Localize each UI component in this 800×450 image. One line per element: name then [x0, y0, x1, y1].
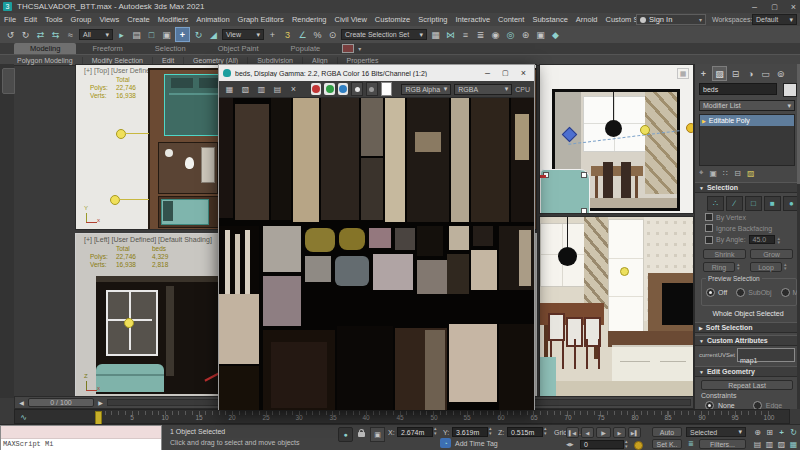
- red-channel-toggle[interactable]: [311, 83, 321, 95]
- light-handle[interactable]: [110, 195, 120, 205]
- select-object-icon[interactable]: ▸: [115, 28, 128, 41]
- menu-scripting[interactable]: Scripting: [414, 15, 451, 24]
- previous-frame-arrow[interactable]: ◀: [17, 396, 26, 409]
- menu-substance[interactable]: Substance: [528, 15, 571, 24]
- close-button[interactable]: ×: [787, 0, 800, 13]
- menu-file[interactable]: File: [0, 15, 20, 24]
- viewport-perspective[interactable]: [539, 216, 694, 398]
- green-channel-toggle[interactable]: [324, 83, 334, 95]
- show-end-result-icon[interactable]: ▣: [710, 169, 718, 178]
- bind-to-space-warp-icon[interactable]: ≈: [64, 28, 77, 41]
- frame-spinner[interactable]: ▴▾: [625, 439, 628, 449]
- menu-modifiers[interactable]: Modifiers: [154, 15, 192, 24]
- background-color-swatch[interactable]: [381, 82, 393, 96]
- layer-manager-icon[interactable]: ≣: [474, 28, 487, 41]
- by-vertex-checkbox-row[interactable]: By Vertex: [705, 213, 746, 221]
- constraint-edge-radio[interactable]: [753, 401, 762, 409]
- nav-zoom-icon[interactable]: ⊕: [752, 427, 763, 438]
- select-and-link-icon[interactable]: ⇄: [34, 28, 47, 41]
- clone-window-icon[interactable]: ▥: [255, 83, 268, 96]
- tab-selection[interactable]: Selection: [139, 43, 202, 54]
- key-filters-icon[interactable]: ≣: [686, 439, 696, 449]
- blue-channel-toggle[interactable]: [338, 83, 348, 95]
- light-handle[interactable]: [116, 129, 126, 139]
- key-icon[interactable]: [634, 441, 643, 450]
- viewport-layout-tab[interactable]: [2, 68, 15, 94]
- repeat-last-button[interactable]: Repeat Last: [701, 380, 793, 390]
- render-production-icon[interactable]: ◆: [549, 28, 562, 41]
- make-unique-icon[interactable]: ∷: [723, 169, 728, 178]
- nav-pan-icon[interactable]: +: [776, 427, 787, 438]
- utilities-tab-icon[interactable]: ⊚: [774, 67, 787, 80]
- panel-subdivision[interactable]: Subdivision: [248, 57, 303, 64]
- menu-content[interactable]: Content: [494, 15, 528, 24]
- panel-edit[interactable]: Edit: [153, 57, 184, 64]
- render-frame-window[interactable]: beds, Display Gamma: 2.2, RGBA Color 16 …: [218, 64, 535, 410]
- grow-button[interactable]: Grow: [750, 249, 793, 259]
- vertex-subobject-icon[interactable]: ∴: [707, 196, 724, 211]
- maxscript-mini-listener[interactable]: MAXScript Mi: [0, 425, 162, 450]
- angle-snap-icon[interactable]: ∠: [296, 28, 309, 41]
- go-to-end-button[interactable]: ▶▌: [628, 427, 641, 438]
- graph-editors-icon[interactable]: ◉: [489, 28, 502, 41]
- preview-subobj-radio[interactable]: [736, 288, 745, 297]
- render-window-title-bar[interactable]: beds, Display Gamma: 2.2, RGBA Color 16 …: [219, 65, 534, 81]
- time-slider-handle[interactable]: 0 / 100: [28, 398, 94, 407]
- loop-button[interactable]: Loop: [750, 262, 782, 272]
- filters-button[interactable]: Filters...: [699, 439, 746, 449]
- modifier-stack[interactable]: ▶ Editable Poly: [699, 114, 795, 166]
- modifier-stack-item-selected[interactable]: ▶ Editable Poly: [700, 115, 794, 126]
- render-setup-icon[interactable]: ⊛: [519, 28, 532, 41]
- selection-rollout-header[interactable]: ▼Selection: [695, 182, 800, 193]
- menu-arnold[interactable]: Arnold: [572, 15, 602, 24]
- channel-display-dropdown[interactable]: RGB Alpha▾: [401, 84, 451, 95]
- window-crossing-icon[interactable]: ▣: [160, 28, 173, 41]
- ribbon-minimize-icon[interactable]: ▾: [358, 45, 361, 52]
- panel-polygon-modeling[interactable]: Polygon Modeling: [8, 57, 83, 64]
- percent-snap-icon[interactable]: %: [311, 28, 324, 41]
- key-filter-dropdown[interactable]: Selected▾: [686, 427, 746, 437]
- ribbon-config-icon[interactable]: [342, 44, 354, 53]
- material-editor-icon[interactable]: ◎: [504, 28, 517, 41]
- y-spinner[interactable]: ▴▾: [489, 426, 492, 436]
- configure-modifier-sets-icon[interactable]: ▨: [747, 169, 755, 178]
- by-vertex-checkbox[interactable]: [705, 213, 713, 221]
- nav-extents-icon[interactable]: ▨: [776, 439, 787, 450]
- light-handle[interactable]: [686, 123, 694, 133]
- by-angle-spinner[interactable]: ▴▾: [778, 236, 781, 244]
- ring-spinner[interactable]: ▴▾: [737, 262, 740, 270]
- menu-views[interactable]: Views: [95, 15, 123, 24]
- x-spinner[interactable]: ▴▾: [434, 426, 437, 436]
- render-close-button[interactable]: ×: [517, 68, 530, 78]
- menu-group[interactable]: Group: [67, 15, 96, 24]
- nav-orbit-icon[interactable]: ↻: [788, 427, 799, 438]
- track-bar-frame-handle[interactable]: [95, 411, 102, 425]
- rectangular-selection-region-icon[interactable]: □: [145, 28, 158, 41]
- z-spinner[interactable]: ▴▾: [544, 426, 547, 436]
- reference-coordinate-system-dropdown[interactable]: View▾: [222, 29, 264, 40]
- previous-frame-button[interactable]: ◀: [581, 427, 594, 438]
- create-selection-set-dropdown[interactable]: Create Selection Set▾: [341, 29, 427, 40]
- spinner-snap-icon[interactable]: ⊙: [326, 28, 339, 41]
- by-angle-value-field[interactable]: 45.0: [749, 235, 775, 244]
- redo-icon[interactable]: ↻: [19, 28, 32, 41]
- selection-lock-icon[interactable]: [358, 432, 365, 437]
- modifier-list-dropdown[interactable]: Modifier List▾: [699, 100, 795, 111]
- current-uv-set-field[interactable]: map1: [737, 348, 795, 362]
- tab-freeform[interactable]: Freeform: [76, 43, 138, 54]
- mirror-icon[interactable]: ⋈: [444, 28, 457, 41]
- modify-tab-icon[interactable]: ▨: [712, 66, 727, 81]
- motion-tab-icon[interactable]: ◑: [744, 67, 757, 80]
- menu-civil-view[interactable]: Civil View: [330, 15, 370, 24]
- nav-zoom-all-icon[interactable]: ⊞: [764, 427, 775, 438]
- print-image-icon[interactable]: ▤: [271, 83, 284, 96]
- preview-multi-radio[interactable]: [781, 288, 790, 297]
- minimize-button[interactable]: –: [748, 0, 761, 13]
- set-key-button[interactable]: Set K..: [652, 439, 682, 449]
- align-icon[interactable]: ≡: [459, 28, 472, 41]
- next-frame-button[interactable]: ▶: [613, 427, 626, 438]
- edit-geometry-rollout-header[interactable]: ▼Edit Geometry: [695, 366, 800, 377]
- mono-channel-toggle[interactable]: [351, 82, 363, 96]
- add-time-tag[interactable]: Add Time Tag: [455, 440, 498, 447]
- select-and-rotate-icon[interactable]: ↻: [192, 28, 205, 41]
